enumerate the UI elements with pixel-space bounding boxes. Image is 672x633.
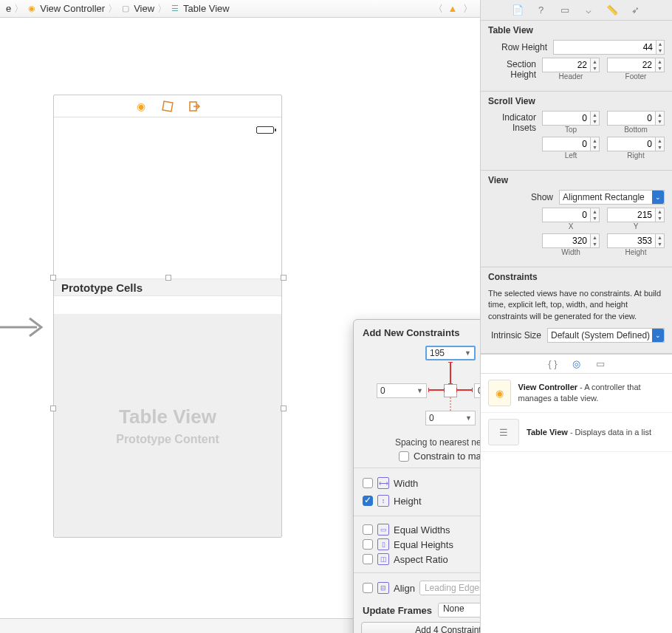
resize-handle[interactable] [165,275,171,281]
inset-left-stepper[interactable]: ▲▼ [591,137,600,151]
equal-heights-checkbox[interactable] [363,539,373,550]
file-inspector-tab[interactable]: 📄 [511,4,524,17]
viewcontroller-icon[interactable]: ◉ [134,100,148,113]
aspect-ratio-label: Aspect Ratio [394,554,448,565]
section-title: View [488,175,665,185]
resize-handle[interactable] [50,275,56,281]
footer-stepper[interactable]: ▲▼ [656,58,665,72]
footer-sublabel: Footer [625,72,647,81]
breadcrumb: e 〉 ◉ View Controller 〉 ▢ View 〉 ☰ Table… [0,0,480,18]
update-frames-label: Update Frames [363,605,432,616]
update-frames-value: None [443,603,464,614]
chevron-down-icon[interactable]: ⌄ [652,329,664,342]
intrinsic-value: Default (System Defined) [551,330,650,341]
library-item-title: View Controller [518,383,577,391]
connections-inspector-tab[interactable]: ➶ [629,4,642,17]
spacing-bottom-value: 0 [429,413,434,423]
library-item-viewcontroller[interactable]: ◉ View Controller - A controller that ma… [481,374,672,413]
battery-icon [256,126,274,134]
height-checkbox[interactable] [363,496,373,506]
insp-section-constraints: Constraints The selected views have no c… [481,267,672,354]
inset-right-field[interactable] [607,137,656,151]
inset-right-stepper[interactable]: ▲▼ [656,137,665,151]
object-library: { } ◎ ▭ ◉ View Controller - A controller… [481,354,672,633]
constrain-margins-checkbox[interactable] [399,451,409,462]
equal-widths-icon: ▭ [377,524,389,536]
equal-widths-checkbox[interactable] [363,524,373,535]
view-width-field[interactable] [542,233,591,248]
intrinsic-select[interactable]: Default (System Defined)⌄ [547,328,665,343]
width-checkbox[interactable] [363,478,373,488]
chevron-down-icon[interactable]: ▼ [464,349,471,357]
library-item-title: Table View [527,428,568,437]
ibeam-right-icon[interactable] [456,388,473,392]
view-height-field[interactable] [607,233,656,248]
selection-handles [53,278,284,538]
align-checkbox[interactable] [363,583,373,593]
nav-back-button[interactable]: 〈 [431,2,445,16]
view-height-stepper[interactable]: ▲▼ [656,233,665,248]
library-item-desc: - Displays data in a list [568,428,651,437]
identity-inspector-tab[interactable]: ▭ [558,4,572,17]
ibeam-bottom-icon[interactable] [448,397,453,411]
exit-icon[interactable] [188,100,201,113]
resize-handle[interactable] [50,406,56,411]
section-footer-field[interactable] [607,58,656,72]
chevron-down-icon[interactable]: ▼ [465,414,472,422]
inset-top-stepper[interactable]: ▲▼ [591,111,600,126]
row-height-stepper[interactable]: ▲▼ [656,40,665,55]
lib-tab-media[interactable]: ▭ [594,357,607,371]
insp-section-tableview: Table View Row Height ▲▼ Section Height … [481,21,672,92]
resize-handle[interactable] [281,275,287,281]
view-x-sub: X [569,222,574,230]
header-stepper[interactable]: ▲▼ [591,58,600,72]
breadcrumb-item-viewcontroller[interactable]: ◉ View Controller [24,3,108,14]
row-height-label: Row Height [488,42,553,52]
attributes-inspector-tab[interactable]: ⌵ [582,4,595,17]
inset-bottom-field[interactable] [607,111,656,126]
spacing-top-value: 195 [430,348,445,358]
first-responder-icon[interactable] [161,100,174,113]
breadcrumb-item-scene[interactable]: e [3,3,14,14]
breadcrumb-label: e [6,3,11,14]
breadcrumb-item-view[interactable]: ▢ View [117,3,157,14]
view-y-field[interactable] [607,208,656,222]
spacing-bottom-field[interactable]: 0▼ [425,411,476,425]
align-value: Leading Edges [425,583,484,593]
ibeam-top-icon[interactable] [448,362,453,384]
library-item-tableview[interactable]: ☰ Table View - Displays data in a list [481,413,672,452]
spacing-top-field[interactable]: 195▼ [425,346,476,360]
spacing-center-box [444,384,457,397]
inset-bottom-stepper[interactable]: ▲▼ [656,111,665,126]
view-y-stepper[interactable]: ▲▼ [656,208,665,222]
aspect-ratio-checkbox[interactable] [363,554,373,564]
segue-arrow-icon [0,315,46,339]
breadcrumb-item-tableview[interactable]: ☰ Table View [167,3,233,14]
header-sublabel: Header [559,72,583,81]
ibeam-left-icon[interactable] [428,388,445,392]
lib-tab-snippets[interactable]: { } [546,357,560,371]
row-height-field[interactable] [553,40,656,55]
spacing-left-field[interactable]: 0▼ [377,383,427,398]
inset-left-field[interactable] [542,137,591,151]
view-width-stepper[interactable]: ▲▼ [591,233,600,248]
view-icon: ▢ [120,4,131,14]
breadcrumb-label: View [134,3,154,14]
show-select[interactable]: Alignment Rectangle⌄ [559,190,665,205]
inset-top-sub: Top [565,126,577,134]
lib-tab-objects[interactable]: ◎ [570,357,583,371]
section-header-field[interactable] [542,58,591,72]
inset-top-field[interactable] [542,111,591,126]
size-inspector-tab[interactable]: 📏 [606,4,619,17]
chevron-down-icon[interactable]: ⌄ [652,191,664,204]
chevron-down-icon[interactable]: ▼ [416,387,423,394]
help-inspector-tab[interactable]: ? [535,4,548,17]
section-height-label: Section Height [488,59,542,80]
resize-handle[interactable] [281,406,287,411]
equal-heights-label: Equal Heights [394,539,453,550]
warning-icon[interactable]: ▲ [446,2,459,16]
nav-forward-button[interactable]: 〉 [461,2,474,16]
width-icon: ⟷ [377,477,389,489]
view-x-field[interactable] [542,208,591,222]
view-x-stepper[interactable]: ▲▼ [591,208,600,222]
